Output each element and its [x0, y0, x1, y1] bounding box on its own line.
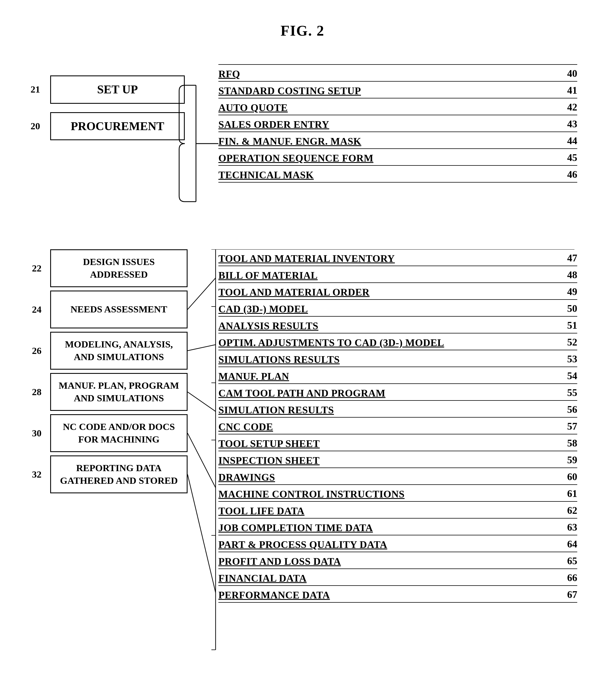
lower-item-num: 58 [560, 437, 577, 450]
label-30: 30 [32, 428, 42, 439]
lower-item-num: 64 [560, 538, 577, 551]
upper-item-text: RFQ [219, 68, 560, 80]
upper-list-item: STANDARD COSTING SETUP41 [219, 82, 577, 98]
lower-item-num: 59 [560, 454, 577, 467]
svg-line-9 [187, 345, 216, 351]
lower-list-item: INSPECTION SHEET59 [219, 451, 577, 468]
lower-item-num: 57 [560, 420, 577, 433]
lower-item-text: BILL OF MATERIAL [219, 270, 560, 281]
page-title: FIG. 2 [0, 0, 605, 56]
lower-list-item: BILL OF MATERIAL48 [219, 266, 577, 283]
upper-item-num: 46 [560, 169, 577, 181]
upper-item-num: 43 [560, 118, 577, 130]
lower-box-26: MODELING, ANALYSIS,AND SIMULATIONS [50, 332, 187, 370]
lower-list-item: TOOL SETUP SHEET58 [219, 434, 577, 451]
lower-item-text: ANALYSIS RESULTS [219, 320, 560, 332]
lower-item-num: 52 [560, 336, 577, 349]
lower-item-text: FINANCIAL DATA [219, 572, 560, 584]
upper-list-item: TECHNICAL MASK46 [219, 166, 577, 182]
lower-item-num: 54 [560, 370, 577, 382]
lower-item-text: PROFIT AND LOSS DATA [219, 555, 560, 567]
lower-list-item: PROFIT AND LOSS DATA65 [219, 552, 577, 569]
lower-item-num: 47 [560, 252, 577, 265]
lower-box-22: DESIGN ISSUESADDRESSED [50, 249, 187, 287]
lower-item-text: TOOL SETUP SHEET [219, 438, 560, 450]
svg-line-21 [187, 475, 216, 593]
lower-list-item: SIMULATION RESULTS56 [219, 401, 577, 418]
lower-box-30: NC CODE AND/OR DOCSFOR MACHINING [50, 414, 187, 452]
procurement-box: PROCUREMENT [50, 112, 185, 141]
lower-item-text: CAM TOOL PATH AND PROGRAM [219, 387, 560, 399]
label-22: 22 [32, 263, 42, 274]
lower-list-item: PERFORMANCE DATA67 [219, 586, 577, 603]
lower-item-num: 56 [560, 404, 577, 416]
upper-list-item: FIN. & MANUF. ENGR. MASK44 [219, 132, 577, 149]
lower-item-num: 60 [560, 471, 577, 483]
upper-list-item: OPERATION SEQUENCE FORM45 [219, 149, 577, 166]
lower-item-num: 55 [560, 387, 577, 399]
label-24: 24 [32, 304, 42, 315]
label-26: 26 [32, 346, 42, 356]
lower-item-num: 50 [560, 303, 577, 315]
lower-item-num: 66 [560, 572, 577, 584]
upper-item-num: 40 [560, 68, 577, 80]
upper-item-num: 42 [560, 101, 577, 114]
lower-item-text: PART & PROCESS QUALITY DATA [219, 539, 560, 551]
lower-item-text: INSPECTION SHEET [219, 455, 560, 467]
lower-list-item: CAD (3D-) MODEL50 [219, 300, 577, 317]
lower-item-num: 51 [560, 320, 577, 332]
label-20: 20 [30, 121, 40, 131]
lower-item-num: 65 [560, 555, 577, 567]
lower-list-item: FINANCIAL DATA66 [219, 569, 577, 586]
lower-item-num: 53 [560, 353, 577, 366]
lower-list-item: MACHINE CONTROL INSTRUCTIONS61 [219, 485, 577, 502]
lower-list-item: TOOL AND MATERIAL ORDER49 [219, 283, 577, 300]
lower-list-item: TOOL LIFE DATA62 [219, 502, 577, 519]
lower-item-num: 49 [560, 286, 577, 298]
lower-item-text: JOB COMPLETION TIME DATA [219, 522, 560, 534]
lower-list-item: DRAWINGS60 [219, 468, 577, 485]
lower-item-text: CAD (3D-) MODEL [219, 303, 560, 315]
lower-box-32: REPORTING DATAGATHERED AND STORED [50, 455, 187, 493]
lower-item-text: TOOL AND MATERIAL ORDER [219, 286, 560, 298]
lower-item-num: 63 [560, 521, 577, 534]
lower-item-num: 62 [560, 504, 577, 517]
lower-list-item: MANUF. PLAN54 [219, 367, 577, 384]
lower-item-text: TOOL LIFE DATA [219, 505, 560, 517]
lower-item-text: OPTIM. ADJUSTMENTS TO CAD (3D-) MODEL [219, 337, 560, 349]
lower-item-num: 61 [560, 488, 577, 500]
lower-item-num: 48 [560, 269, 577, 281]
lower-box-24: NEEDS ASSESSMENT [50, 291, 187, 328]
upper-item-num: 44 [560, 135, 577, 147]
lower-box-28: MANUF. PLAN, PROGRAMAND SIMULATIONS [50, 373, 187, 411]
lower-list-item: TOOL AND MATERIAL INVENTORY47 [219, 249, 577, 266]
lower-list-item: SIMULATIONS RESULTS53 [219, 350, 577, 367]
label-28: 28 [32, 387, 42, 397]
lower-item-text: SIMULATIONS RESULTS [219, 354, 560, 366]
lower-list-item: JOB COMPLETION TIME DATA63 [219, 519, 577, 535]
upper-item-text: TECHNICAL MASK [219, 169, 560, 181]
lower-item-num: 67 [560, 589, 577, 601]
upper-item-text: STANDARD COSTING SETUP [219, 85, 560, 97]
upper-item-text: AUTO QUOTE [219, 102, 560, 114]
lower-item-text: DRAWINGS [219, 471, 560, 483]
lower-list-item: ANALYSIS RESULTS51 [219, 317, 577, 333]
lower-item-text: MANUF. PLAN [219, 371, 560, 382]
svg-line-5 [187, 278, 216, 309]
upper-item-text: OPERATION SEQUENCE FORM [219, 152, 560, 164]
setup-box: SET UP [50, 75, 185, 104]
label-21: 21 [30, 84, 40, 95]
upper-item-text: SALES ORDER ENTRY [219, 119, 560, 130]
upper-item-text: FIN. & MANUF. ENGR. MASK [219, 135, 560, 147]
lower-list-item: OPTIM. ADJUSTMENTS TO CAD (3D-) MODEL52 [219, 333, 577, 350]
lower-list-item: PART & PROCESS QUALITY DATA64 [219, 535, 577, 552]
upper-list-item: RFQ40 [219, 65, 577, 82]
lower-item-text: CNC CODE [219, 421, 560, 433]
lower-item-text: MACHINE CONTROL INSTRUCTIONS [219, 488, 560, 500]
lower-list-item: CAM TOOL PATH AND PROGRAM55 [219, 384, 577, 401]
upper-item-num: 45 [560, 152, 577, 164]
upper-list-item: AUTO QUOTE42 [219, 98, 577, 115]
upper-list-item: SALES ORDER ENTRY43 [219, 115, 577, 132]
svg-line-13 [187, 392, 216, 412]
lower-list-item: CNC CODE57 [219, 418, 577, 434]
